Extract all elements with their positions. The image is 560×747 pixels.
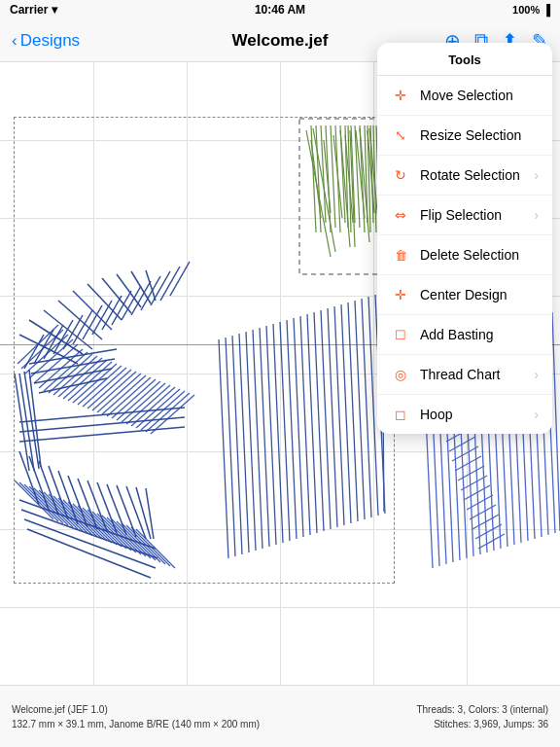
back-button[interactable]: ‹ Designs: [12, 31, 80, 51]
tool-rotate-label: Rotate Selection: [420, 167, 520, 183]
delete-selection-icon: 🗑: [391, 245, 410, 265]
resize-selection-icon: ⤡: [391, 125, 410, 145]
svg-line-124: [58, 498, 97, 537]
tool-delete-left: 🗑 Delete Selection: [391, 245, 519, 265]
thread-info: Threads: 3, Colors: 3 (internal): [416, 702, 548, 717]
tool-delete-selection[interactable]: 🗑 Delete Selection: [377, 235, 552, 275]
svg-line-58: [117, 274, 141, 307]
svg-line-108: [122, 383, 165, 422]
svg-line-197: [455, 456, 481, 471]
move-selection-icon: ✛: [391, 86, 410, 105]
svg-line-3: [326, 125, 331, 232]
tool-move-selection[interactable]: ✛ Move Selection: [377, 76, 552, 116]
tool-rotate-selection[interactable]: ↻ Rotate Selection ›: [377, 156, 552, 196]
svg-line-97: [68, 362, 112, 401]
tool-flip-selection[interactable]: ⇔ Flip Selection ›: [377, 196, 552, 235]
tool-resize-left: ⤡ Resize Selection: [391, 125, 521, 145]
svg-line-127: [73, 504, 112, 543]
file-info-line1: Welcome.jef (JEF 1.0): [12, 702, 260, 717]
bottom-left-info: Welcome.jef (JEF 1.0) 132.7 mm × 39.1 mm…: [12, 702, 260, 731]
svg-line-125: [63, 500, 102, 539]
wifi-icon: ▾: [52, 3, 57, 17]
bottom-bar: Welcome.jef (JEF 1.0) 132.7 mm × 39.1 mm…: [0, 685, 560, 747]
tool-hoop-label: Hoop: [420, 407, 452, 422]
svg-line-57: [102, 278, 131, 313]
back-chevron-icon: ‹: [12, 31, 18, 51]
add-basting-icon: ☐: [391, 325, 410, 344]
carrier-label: Carrier: [10, 3, 48, 17]
svg-line-140: [136, 529, 175, 568]
status-right: 100% ▐: [512, 4, 550, 16]
tool-center-left: ✛ Center Design: [391, 285, 508, 304]
tool-resize-label: Resize Selection: [420, 127, 521, 143]
svg-line-101: [88, 370, 131, 409]
svg-line-4: [331, 125, 335, 228]
tool-move-label: Move Selection: [420, 88, 513, 103]
svg-line-138: [126, 525, 165, 564]
svg-line-137: [122, 523, 160, 562]
rotate-chevron-icon: ›: [534, 167, 539, 183]
tools-header: Tools: [377, 43, 552, 76]
svg-line-113: [146, 393, 190, 432]
rotate-selection-icon: ↻: [391, 165, 410, 185]
battery-icon: ▐: [542, 4, 550, 16]
flip-chevron-icon: ›: [534, 207, 539, 223]
center-design-icon: ✛: [391, 285, 410, 304]
svg-line-128: [78, 506, 117, 545]
tool-add-basting[interactable]: ☐ Add Basting: [377, 315, 552, 355]
tool-hoop-left: ◻ Hoop: [391, 405, 452, 424]
tool-center-design[interactable]: ✛ Center Design: [377, 275, 552, 315]
hoop-icon: ◻: [391, 405, 410, 424]
thread-chart-icon: ◎: [391, 365, 410, 384]
stitch-info: Stitches: 3,969, Jumps: 36: [416, 717, 548, 731]
svg-line-98: [73, 364, 117, 403]
tool-thread-left: ◎ Thread Chart: [391, 365, 500, 384]
svg-line-109: [126, 385, 170, 424]
svg-line-60: [146, 270, 156, 301]
tool-flip-left: ⇔ Flip Selection: [391, 205, 502, 225]
bottom-right-info: Threads: 3, Colors: 3 (internal) Stitche…: [416, 702, 548, 731]
status-left: Carrier ▾: [10, 3, 57, 17]
tool-basting-label: Add Basting: [420, 327, 494, 342]
tool-move-left: ✛ Move Selection: [391, 86, 513, 105]
thread-chevron-icon: ›: [534, 367, 539, 382]
svg-line-136: [117, 521, 156, 560]
status-time: 10:46 AM: [255, 3, 305, 17]
tool-delete-label: Delete Selection: [420, 247, 519, 263]
back-label: Designs: [20, 31, 80, 51]
svg-line-198: [458, 466, 484, 480]
svg-line-139: [131, 527, 170, 566]
svg-line-196: [452, 446, 478, 461]
flip-selection-icon: ⇔: [391, 205, 410, 225]
file-info-line2: 132.7 mm × 39.1 mm, Janome B/RE (140 mm …: [12, 717, 260, 731]
svg-line-102: [92, 372, 136, 410]
tool-resize-selection[interactable]: ⤡ Resize Selection: [377, 116, 552, 156]
svg-line-104: [102, 375, 146, 414]
tool-thread-chart[interactable]: ◎ Thread Chart ›: [377, 355, 552, 395]
tool-thread-label: Thread Chart: [420, 367, 500, 382]
svg-line-130: [88, 510, 126, 549]
svg-line-129: [83, 508, 122, 547]
tool-rotate-left: ↻ Rotate Selection: [391, 165, 520, 185]
nav-title: Welcome.jef: [232, 31, 329, 51]
svg-line-199: [461, 476, 487, 490]
tool-hoop[interactable]: ◻ Hoop ›: [377, 395, 552, 434]
tool-flip-label: Flip Selection: [420, 207, 502, 223]
status-bar: Carrier ▾ 10:46 AM 100% ▐: [0, 0, 560, 19]
svg-line-126: [68, 502, 107, 541]
svg-line-107: [117, 381, 160, 420]
svg-line-77: [146, 488, 154, 539]
tools-panel: Tools ✛ Move Selection ⤡ Resize Selectio…: [377, 43, 552, 434]
tool-center-label: Center Design: [420, 287, 508, 302]
battery-label: 100%: [512, 4, 540, 16]
tool-basting-left: ☐ Add Basting: [391, 325, 494, 344]
hoop-chevron-icon: ›: [534, 407, 539, 422]
